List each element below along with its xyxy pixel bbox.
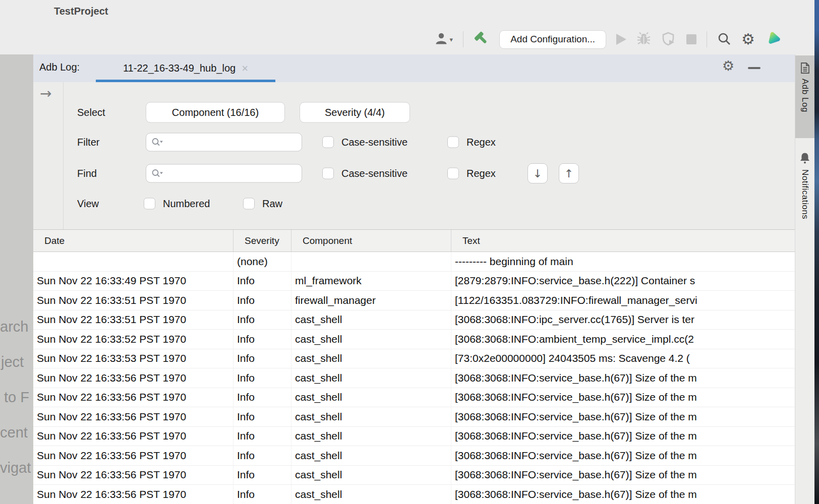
column-header-component[interactable]: Component <box>291 230 451 251</box>
screen: TestProject ▾ Add Configuration... <box>0 0 819 504</box>
cell-text: [3068:3068:INFO:service_base.h(67)] Size… <box>451 485 795 504</box>
column-header-date[interactable]: Date <box>33 230 233 251</box>
find-case-sensitive-checkbox[interactable] <box>322 168 334 179</box>
filter-search-field[interactable] <box>146 133 302 152</box>
profile-button[interactable] <box>661 31 676 48</box>
cell-text: [3068:3068:INFO:ipc_server.cc(1765)] Ser… <box>451 310 795 330</box>
tool-window-settings-gear-icon[interactable]: ⚙ <box>722 59 734 73</box>
stripe-tab-notifications[interactable]: Notifications <box>795 145 814 243</box>
find-input[interactable] <box>163 168 302 179</box>
filter-input[interactable] <box>163 137 302 148</box>
severity-filter-button[interactable]: Severity (4/4) <box>300 102 410 123</box>
cell-component: ml_framework <box>291 272 451 291</box>
stop-button[interactable] <box>686 34 696 44</box>
build-button[interactable] <box>474 31 489 48</box>
cell-date: Sun Nov 22 16:33:49 PST 1970 <box>33 272 233 291</box>
find-search-field[interactable] <box>146 164 302 183</box>
table-row[interactable]: Sun Nov 22 16:33:56 PST 1970Infocast_she… <box>33 388 795 408</box>
run-button[interactable] <box>616 34 626 45</box>
background-text-fragment: ject <box>1 354 24 370</box>
find-case-sensitive-label: Case-sensitive <box>341 168 407 179</box>
close-icon[interactable]: × <box>242 63 248 74</box>
cell-date: Sun Nov 22 16:33:56 PST 1970 <box>33 388 233 407</box>
cell-component: cast_shell <box>291 485 451 504</box>
find-row: Find Case-sensitive Regex ↓ ↑ <box>64 163 795 183</box>
select-row: Select Component (16/16) Severity (4/4) <box>64 101 795 123</box>
search-everywhere-button[interactable] <box>717 32 731 47</box>
arrow-right-icon[interactable]: → <box>40 85 51 102</box>
column-header-severity[interactable]: Severity <box>233 230 291 251</box>
cell-component: cast_shell <box>291 330 451 349</box>
stripe-tab-adb-log[interactable]: Adb Log <box>795 55 814 138</box>
bug-icon <box>636 31 651 47</box>
cell-date: Sun Nov 22 16:33:51 PST 1970 <box>33 310 233 330</box>
cell-date: Sun Nov 22 16:33:56 PST 1970 <box>33 407 233 426</box>
filter-regex-checkbox[interactable] <box>447 137 459 148</box>
stop-icon <box>686 34 696 44</box>
raw-checkbox[interactable] <box>243 198 255 210</box>
debug-button[interactable] <box>636 31 651 47</box>
table-row[interactable]: Sun Nov 22 16:33:56 PST 1970Infocast_she… <box>33 407 795 427</box>
title-bar: TestProject ▾ Add Configuration... <box>0 0 814 54</box>
cell-text: [3068:3068:INFO:service_base.h(67)] Size… <box>451 466 795 485</box>
table-row[interactable]: Sun Nov 22 16:33:56 PST 1970Infocast_she… <box>33 485 795 504</box>
find-previous-button[interactable]: ↑ <box>559 163 579 183</box>
cell-text: [3068:3068:INFO:service_base.h(67)] Size… <box>451 407 795 426</box>
bell-icon <box>799 152 811 165</box>
table-row[interactable]: Sun Nov 22 16:33:56 PST 1970Infocast_she… <box>33 427 795 447</box>
column-header-text[interactable]: Text <box>451 230 795 251</box>
table-row[interactable]: Sun Nov 22 16:33:56 PST 1970Infocast_she… <box>33 368 795 388</box>
window-title: TestProject <box>54 6 108 17</box>
cell-text: [73:0x2e00000000] 24043505 ms: Scavenge … <box>451 349 795 368</box>
table-row[interactable]: Sun Nov 22 16:33:51 PST 1970Infofirewall… <box>33 291 795 310</box>
table-row[interactable]: Sun Nov 22 16:33:51 PST 1970Infocast_she… <box>33 310 795 330</box>
cell-component <box>291 252 451 271</box>
raw-label: Raw <box>262 198 282 210</box>
gear-icon: ⚙ <box>741 32 755 47</box>
filter-case-sensitive-checkbox[interactable] <box>322 137 334 148</box>
table-row[interactable]: Sun Nov 22 16:33:49 PST 1970Infoml_frame… <box>33 272 795 291</box>
numbered-checkbox[interactable] <box>144 198 155 210</box>
cell-severity: Info <box>233 291 291 310</box>
table-row[interactable]: Sun Nov 22 16:33:52 PST 1970Infocast_she… <box>33 330 795 349</box>
component-filter-button[interactable]: Component (16/16) <box>146 102 285 123</box>
minimize-icon[interactable] <box>748 67 760 69</box>
table-row[interactable]: Sun Nov 22 16:33:56 PST 1970Infocast_she… <box>33 446 795 466</box>
search-caret-icon <box>151 168 163 178</box>
cell-text: [3068:3068:INFO:service_base.h(67)] Size… <box>451 446 795 465</box>
chevron-down-icon: ▾ <box>450 36 453 43</box>
table-row[interactable]: Sun Nov 22 16:33:53 PST 1970Infocast_she… <box>33 349 795 369</box>
arrow-up-icon: ↑ <box>564 167 573 180</box>
cell-severity: Info <box>233 427 291 446</box>
table-row[interactable]: Sun Nov 22 16:33:56 PST 1970Infocast_she… <box>33 466 795 485</box>
log-file-tab[interactable]: 11-22_16-33-49_hub_log × <box>96 54 275 82</box>
user-account-button[interactable]: ▾ <box>435 32 453 47</box>
cell-component: cast_shell <box>291 368 451 388</box>
hammer-icon <box>474 31 489 48</box>
cell-severity: Info <box>233 349 291 368</box>
filter-regex-label: Regex <box>466 137 496 148</box>
toolbar-separator <box>707 31 707 47</box>
search-icon <box>717 32 731 47</box>
settings-button[interactable]: ⚙ <box>741 32 755 47</box>
cell-severity: (none) <box>233 252 291 271</box>
filter-row: Filter Case-sensitive Regex <box>64 132 795 152</box>
cell-severity: Info <box>233 272 291 291</box>
add-configuration-button[interactable]: Add Configuration... <box>499 30 606 49</box>
shield-play-icon <box>661 31 676 48</box>
cell-text: [3068:3068:INFO:ambient_temp_service_imp… <box>451 330 795 349</box>
cell-component: cast_shell <box>291 466 451 485</box>
table-row[interactable]: (none)--------- beginning of main <box>33 252 795 272</box>
plugin-logo-button[interactable] <box>765 30 782 49</box>
cell-component: cast_shell <box>291 407 451 426</box>
cell-severity: Info <box>233 485 291 504</box>
find-next-button[interactable]: ↓ <box>528 163 548 183</box>
play-icon <box>616 34 626 45</box>
cell-component: firewall_manager <box>291 291 451 310</box>
find-regex-checkbox[interactable] <box>447 168 459 179</box>
log-table: Date Severity Component Text (none)-----… <box>33 229 795 504</box>
cell-date: Sun Nov 22 16:33:52 PST 1970 <box>33 330 233 349</box>
cell-severity: Info <box>233 368 291 388</box>
background-window-strip: archjectto Fcentvigat <box>0 54 33 504</box>
cell-component: cast_shell <box>291 388 451 407</box>
